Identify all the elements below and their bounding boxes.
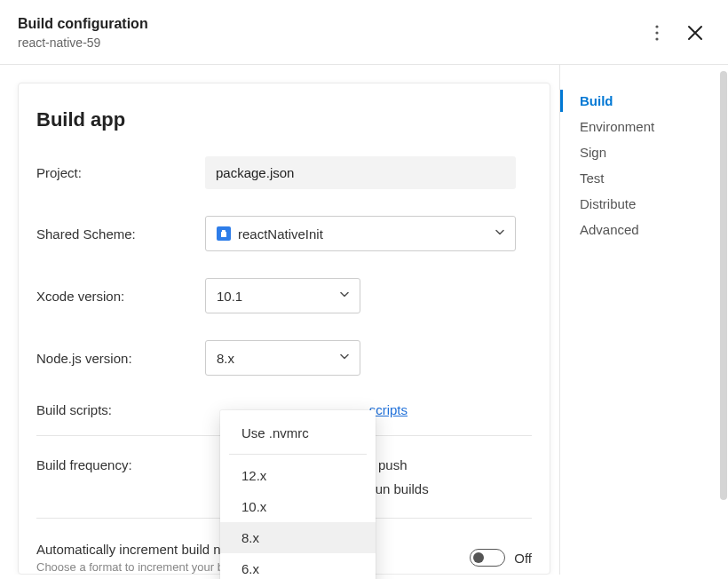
- chevron-down-icon: [338, 289, 351, 304]
- dd-item[interactable]: 12.x: [220, 460, 376, 491]
- dd-item[interactable]: 6.x: [220, 553, 376, 579]
- scheme-select[interactable]: reactNativeInit: [205, 216, 516, 251]
- dd-item-nvmrc[interactable]: Use .nvmrc: [220, 417, 376, 448]
- right-nav: BuildEnvironmentSignTestDistributeAdvanc…: [559, 65, 728, 575]
- node-value: 8.x: [217, 351, 234, 366]
- page-title: Build configuration: [18, 16, 148, 32]
- scrollbar-thumb[interactable]: [720, 71, 727, 500]
- section-title: Build app: [36, 108, 532, 131]
- node-label: Node.js version:: [36, 351, 205, 366]
- chevron-down-icon: [494, 226, 506, 242]
- project-value: package.json: [205, 156, 516, 189]
- close-icon: [687, 25, 703, 41]
- svg-point-0: [655, 25, 658, 28]
- svg-point-1: [655, 31, 658, 34]
- divider: [229, 454, 367, 455]
- xcode-value: 10.1: [217, 289, 242, 304]
- auto-increment-state: Off: [514, 551, 532, 566]
- nav-item-advanced[interactable]: Advanced: [560, 217, 728, 242]
- page-subtitle: react-native-59: [18, 36, 148, 50]
- scrollbar[interactable]: [720, 71, 727, 575]
- nav-item-build[interactable]: Build: [560, 88, 728, 114]
- dd-item[interactable]: 8.x: [220, 522, 376, 553]
- xcode-select[interactable]: 10.1: [205, 278, 360, 313]
- app-icon: [217, 226, 231, 241]
- dd-item[interactable]: 10.x: [220, 491, 376, 522]
- more-vertical-icon: [655, 25, 659, 41]
- project-label: Project:: [36, 165, 205, 180]
- nav-item-distribute[interactable]: Distribute: [560, 191, 728, 217]
- nav-item-environment[interactable]: Environment: [560, 114, 728, 139]
- freq-label: Build frequency:: [36, 457, 205, 496]
- xcode-label: Xcode version:: [36, 289, 205, 304]
- auto-increment-toggle[interactable]: [470, 549, 505, 567]
- node-dropdown: Use .nvmrc 12.x10.x8.x6.x: [220, 410, 376, 579]
- scripts-label: Build scripts:: [36, 402, 205, 417]
- more-button[interactable]: [650, 20, 664, 46]
- svg-point-2: [655, 37, 658, 40]
- scheme-label: Shared Scheme:: [36, 226, 205, 242]
- scheme-value: reactNativeInit: [238, 226, 323, 242]
- node-select[interactable]: 8.x: [205, 340, 360, 376]
- close-button[interactable]: [682, 20, 708, 46]
- nav-item-sign[interactable]: Sign: [560, 139, 728, 165]
- chevron-down-icon: [338, 351, 351, 366]
- nav-item-test[interactable]: Test: [560, 165, 728, 191]
